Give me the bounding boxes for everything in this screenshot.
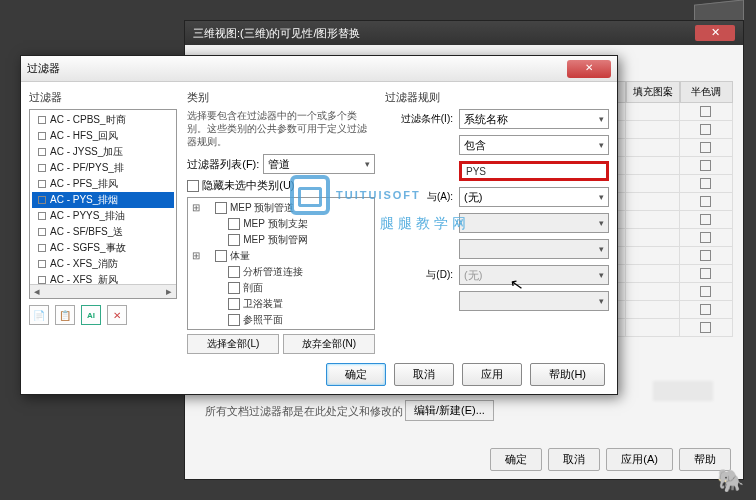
tree-scrollbar[interactable]: ◂▸ [30, 284, 176, 298]
filter-item[interactable]: AC - SGFS_事故 [32, 240, 174, 256]
bg-th-2: 填充图案 [626, 81, 679, 103]
delete-filter-icon[interactable]: ✕ [107, 305, 127, 325]
brand-icon: 🐘 [717, 468, 744, 494]
rule-value-input[interactable]: PYS [459, 161, 609, 181]
category-item[interactable]: 卫浴装置 [190, 296, 372, 312]
filter-item[interactable]: AC - HFS_回风 [32, 128, 174, 144]
ok-button[interactable]: 确定 [326, 363, 386, 386]
bg-note: 所有文档过滤器都是在此处定义和修改的 [205, 404, 403, 419]
category-item[interactable]: MEP 预制支架 [190, 216, 372, 232]
category-desc: 选择要包含在过滤器中的一个或多个类别。这些类别的公共参数可用于定义过滤器规则。 [187, 109, 375, 148]
category-label: 类别 [187, 90, 375, 105]
bg-th-3: 半色调 [680, 81, 733, 103]
category-item[interactable]: 体量 [190, 248, 372, 264]
watermark-sub: 腿腿教学网 [380, 215, 470, 233]
new-filter-icon[interactable]: 📄 [29, 305, 49, 325]
cond-label: 过滤条件(I): [385, 112, 453, 126]
bg-titlebar: 三维视图:(三维)的可见性/图形替换 ✕ [185, 21, 743, 45]
bg-edit-new-button[interactable]: 编辑/新建(E)... [405, 400, 494, 421]
copy-filter-icon[interactable]: 📋 [55, 305, 75, 325]
filter-item[interactable]: AC - XFS_消防 [32, 256, 174, 272]
and-label: 与(A): [385, 190, 453, 204]
bg-cancel-button[interactable]: 取消 [548, 448, 600, 471]
cond-combo[interactable]: 系统名称 [459, 109, 609, 129]
filter-item[interactable]: AC - JYSS_加压 [32, 144, 174, 160]
filter-item[interactable]: AC - CPBS_时商 [32, 112, 174, 128]
filter-label: 过滤器 [29, 90, 177, 105]
cancel-button[interactable]: 取消 [394, 363, 454, 386]
select-all-button[interactable]: 选择全部(L) [187, 334, 279, 354]
filter-item[interactable]: AC - PYS_排烟 [32, 192, 174, 208]
bg-footer: 确定 取消 应用(A) 帮助 [490, 448, 731, 471]
filter-tree[interactable]: AC - CPBS_时商AC - HFS_回风AC - JYSS_加压AC - … [29, 109, 177, 299]
filter-item[interactable]: AC - PF/PYS_排 [32, 160, 174, 176]
op-combo[interactable]: 包含 [459, 135, 609, 155]
filter-dialog: 过滤器 ✕ 过滤器 AC - CPBS_时商AC - HFS_回风AC - JY… [20, 55, 618, 395]
and2-label: 与(D): [385, 268, 453, 282]
and2-combo: (无) [459, 265, 609, 285]
category-item[interactable]: MEP 预制管道 [190, 200, 372, 216]
category-item[interactable]: 剖面 [190, 280, 372, 296]
and-op-combo [459, 213, 609, 233]
apply-button[interactable]: 应用 [462, 363, 522, 386]
filter-item[interactable]: AC - PFS_排风 [32, 176, 174, 192]
help-button[interactable]: 帮助(H) [530, 363, 605, 386]
bg-close-button[interactable]: ✕ [695, 25, 735, 41]
and-combo[interactable]: (无) [459, 187, 609, 207]
category-column: 类别 选择要包含在过滤器中的一个或多个类别。这些类别的公共参数可用于定义过滤器规… [187, 90, 375, 354]
filter-item[interactable]: AC - SF/BFS_送 [32, 224, 174, 240]
filter-icon-row: 📄 📋 AI ✕ [29, 305, 177, 325]
filter-column: 过滤器 AC - CPBS_时商AC - HFS_回风AC - JYSS_加压A… [29, 90, 177, 354]
dialog-title-text: 过滤器 [27, 61, 60, 76]
rename-filter-icon[interactable]: AI [81, 305, 101, 325]
bg-ok-button[interactable]: 确定 [490, 448, 542, 471]
filter-item[interactable]: AC - PYYS_排油 [32, 208, 174, 224]
hide-unchecked-checkbox[interactable]: 隐藏未选中类别(U) [187, 178, 294, 193]
dialog-titlebar[interactable]: 过滤器 ✕ [21, 56, 617, 82]
dialog-footer: 确定 取消 应用 帮助(H) [326, 363, 605, 386]
bg-apply-button[interactable]: 应用(A) [606, 448, 673, 471]
and-val-combo [459, 239, 609, 259]
category-list[interactable]: MEP 预制管道MEP 预制支架MEP 预制管网体量分析管道连接剖面卫浴装置参照… [187, 197, 375, 330]
rule-label: 过滤器规则 [385, 90, 609, 105]
category-item[interactable]: 分析管道连接 [190, 264, 372, 280]
filter-list-label: 过滤器列表(F): [187, 157, 259, 172]
dialog-close-button[interactable]: ✕ [567, 60, 611, 78]
category-item[interactable]: 管道 [190, 328, 372, 330]
deselect-all-button[interactable]: 放弃全部(N) [283, 334, 375, 354]
category-item[interactable]: 参照平面 [190, 312, 372, 328]
bg-title-text: 三维视图:(三维)的可见性/图形替换 [193, 26, 360, 41]
and2-op-combo [459, 291, 609, 311]
bg-arrow [653, 381, 713, 401]
category-item[interactable]: MEP 预制管网 [190, 232, 372, 248]
filter-list-combo[interactable]: 管道 [263, 154, 375, 174]
